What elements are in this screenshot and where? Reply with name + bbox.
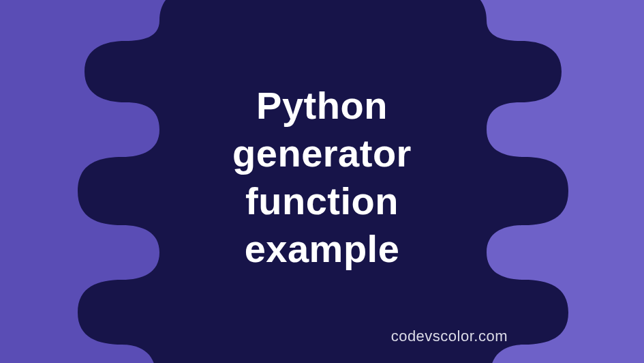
title-line-2: generator (0, 130, 644, 177)
banner-title: Python generator function example (0, 82, 644, 273)
banner-canvas: Python generator function example codevs… (0, 0, 644, 363)
title-line-4: example (0, 225, 644, 273)
title-line-1: Python (0, 82, 644, 130)
title-line-3: function (0, 177, 644, 225)
attribution-text: codevscolor.com (391, 328, 508, 345)
